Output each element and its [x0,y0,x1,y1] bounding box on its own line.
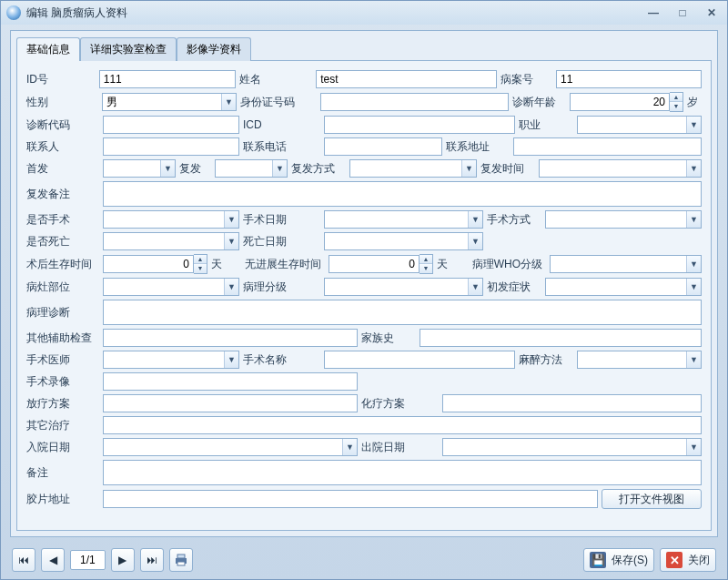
label-relapsenote: 复发备注 [26,187,99,202]
label-lesion: 病灶部位 [26,280,99,295]
label-filepath: 胶片地址 [26,492,99,507]
label-remark: 备注 [26,465,99,481]
nav-prev-button[interactable]: ◀ [41,548,65,572]
pathdiag-textarea[interactable] [103,300,702,325]
pathgrade-combo[interactable]: ▼ [324,278,483,296]
caseno-input[interactable] [556,70,702,88]
close-button[interactable]: ✕ 关闭 [660,548,716,572]
save-button[interactable]: 💾 保存(S) [583,548,654,572]
whograde-combo[interactable]: ▼ [550,255,702,273]
isdead-combo[interactable]: ▼ [103,232,239,250]
surgeon-combo[interactable]: ▼ [103,351,239,369]
relapse-combo[interactable]: ▼ [215,159,288,178]
chevron-down-icon: ▼ [461,160,476,177]
label-otherexam: 其他辅助检查 [26,331,99,346]
tab-basic-info[interactable]: 基础信息 [16,37,80,61]
famhist-input[interactable] [420,329,702,347]
label-address: 联系地址 [446,139,510,155]
open-file-button[interactable]: 打开文件视图 [602,489,702,509]
label-surgeryrec: 手术录像 [26,374,99,390]
surgeryway-combo[interactable]: ▼ [545,210,702,229]
window-title: 编辑 脑质瘤病人资料 [26,5,643,21]
chevron-down-icon: ▼ [224,211,238,228]
address-input[interactable] [513,137,702,156]
first-combo[interactable]: ▼ [103,159,176,178]
remark-textarea[interactable] [103,460,702,485]
chevron-down-icon: ▼ [224,351,238,368]
otherexam-input[interactable] [103,329,358,347]
chevron-down-icon: ▼ [468,211,482,228]
chevron-down-icon: ▼ [686,117,701,133]
deaddate-combo[interactable]: ▼ [324,232,483,250]
label-issurgery: 是否手术 [26,212,99,228]
content-area: 基础信息 详细实验室检查 影像学资料 ID号 姓名 病案号 性别 男▼ 身份证号… [10,30,718,537]
label-idcard: 身份证号码 [240,95,317,110]
noprog-spinner[interactable]: ▲▼ [329,254,433,274]
initsym-combo[interactable]: ▼ [545,278,702,296]
label-famhist: 家族史 [361,331,416,346]
job-combo[interactable]: ▼ [577,116,702,134]
close-window-button[interactable]: ✕ [702,5,722,20]
app-icon [6,5,21,20]
label-caseno: 病案号 [500,72,552,87]
nav-last-button[interactable]: ⏭ [140,548,164,572]
nav-first-button[interactable]: ⏮ [12,548,35,572]
id-input[interactable] [99,70,236,88]
admitdate-combo[interactable]: ▼ [103,438,358,456]
name-input[interactable] [316,70,497,88]
relapsenote-textarea[interactable] [103,181,702,207]
label-id: ID号 [26,72,96,87]
contact-input[interactable] [103,137,239,156]
label-diagage: 诊断年龄 [512,95,566,110]
radio-input[interactable] [103,394,358,412]
issurgery-combo[interactable]: ▼ [103,210,239,229]
label-whograde: 病理WHO分级 [455,257,546,272]
diagcode-input[interactable] [103,116,239,134]
anesthesia-combo[interactable]: ▼ [577,351,702,369]
othertreat-input[interactable] [103,416,702,434]
tab-strip: 基础信息 详细实验室检查 影像学资料 [16,36,717,60]
label-day2: 天 [437,257,451,272]
chemo-input[interactable] [442,394,702,412]
tab-lab-detail[interactable]: 详细实验室检查 [80,37,177,61]
label-relapse: 复发 [179,161,211,177]
lesion-combo[interactable]: ▼ [103,278,239,296]
relapseway-combo[interactable]: ▼ [349,159,477,178]
filepath-input[interactable] [103,490,598,508]
idcard-input[interactable] [320,93,509,111]
relapsetime-combo[interactable]: ▼ [539,159,702,178]
svg-rect-2 [177,562,185,565]
nav-next-button[interactable]: ▶ [111,548,135,572]
surgerydate-combo[interactable]: ▼ [324,210,483,229]
postop-spinner[interactable]: ▲▼ [103,254,207,274]
label-surgeryway: 手术方式 [487,212,541,228]
window-frame: 编辑 脑质瘤病人资料 — □ ✕ 基础信息 详细实验室检查 影像学资料 ID号 … [0,0,728,580]
minimize-button[interactable]: — [643,5,663,20]
tab-panel-basic: ID号 姓名 病案号 性别 男▼ 身份证号码 诊断年龄 ▲▼ 岁 [16,60,712,531]
label-first: 首发 [26,161,99,177]
chevron-down-icon: ▼ [686,211,701,228]
maximize-button[interactable]: □ [672,5,693,20]
label-othertreat: 其它治疗 [26,418,99,433]
label-noprog: 无进展生存时间 [229,257,325,272]
save-icon: 💾 [590,552,606,568]
label-phone: 联系电话 [243,139,320,155]
chevron-down-icon: ▼ [224,279,238,295]
diagage-spinner[interactable]: ▲▼ [570,92,683,112]
tab-imaging[interactable]: 影像学资料 [177,37,251,61]
chevron-down-icon: ▼ [468,233,482,249]
chevron-down-icon: ▼ [224,233,238,249]
dischargedate-combo[interactable]: ▼ [442,438,702,456]
label-admitdate: 入院日期 [26,440,99,455]
surgeryname-input[interactable] [324,351,515,369]
label-radio: 放疗方案 [26,396,99,412]
label-initsym: 初发症状 [487,280,541,295]
label-isdead: 是否死亡 [26,234,99,249]
chevron-down-icon: ▼ [468,279,482,295]
label-deaddate: 死亡日期 [243,234,320,249]
icd-input[interactable] [324,116,515,134]
sex-combo[interactable]: 男▼ [102,93,237,111]
surgeryrec-input[interactable] [103,372,358,391]
phone-input[interactable] [324,137,442,156]
print-button[interactable] [169,548,193,572]
